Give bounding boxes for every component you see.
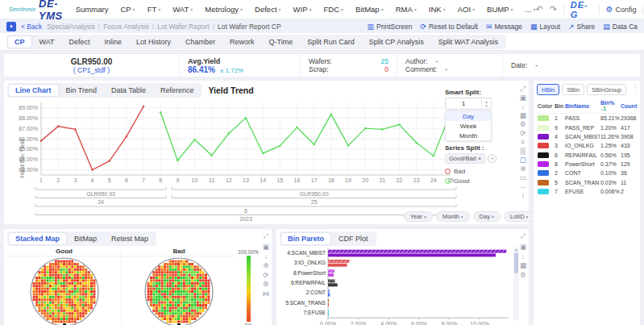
- chart-tab-data-table[interactable]: Data Table: [105, 85, 152, 96]
- download-icon[interactable]: ↓: [521, 253, 525, 260]
- column-header-count[interactable]: Count: [620, 98, 637, 114]
- nav-item-aoi[interactable]: AOI▾: [458, 5, 475, 14]
- more-icon[interactable]: ⋮: [632, 84, 638, 91]
- message-button[interactable]: ✉Message: [486, 23, 522, 31]
- grid-icon[interactable]: ▦: [520, 262, 526, 269]
- redo-icon[interactable]: ↷: [550, 4, 557, 15]
- pareto-vertical-scrollbar[interactable]: ▴: [513, 247, 519, 321]
- bin-row[interactable]: 6REPAIRFAIL0.56%195: [537, 151, 637, 160]
- pareto-tab-cdf-plot[interactable]: CDF Plot: [332, 233, 375, 244]
- columns-icon[interactable]: |||: [520, 148, 526, 155]
- tab-cp[interactable]: CP: [8, 36, 31, 48]
- nav-item-fdc[interactable]: FDC▾: [324, 5, 344, 14]
- split-option-week[interactable]: Week: [446, 121, 491, 131]
- lot-sublot-link[interactable]: ( CP1_stdf ): [73, 66, 110, 74]
- tab-chamber[interactable]: Chamber: [179, 36, 222, 48]
- refresh-icon[interactable]: ⟳: [263, 272, 268, 279]
- expand-icon[interactable]: ⤢: [264, 232, 268, 240]
- axis-filter-month[interactable]: Month▾: [436, 211, 470, 222]
- column-header-binpct[interactable]: Bin% ↓1: [600, 98, 620, 114]
- nav-item-cp[interactable]: CP▾: [120, 5, 135, 14]
- map-tab-bitmap[interactable]: BitMap: [68, 233, 103, 244]
- tab-split-run-card[interactable]: Split Run Card: [301, 36, 361, 48]
- tab-rework[interactable]: Rework: [223, 36, 261, 48]
- h-range-icon[interactable]: ↔: [520, 183, 527, 190]
- axis-filter-lotid[interactable]: LotID▾: [504, 211, 535, 222]
- undo-icon[interactable]: ↶: [535, 4, 542, 15]
- legend-item-good[interactable]: Good: [445, 177, 509, 185]
- smart-split-stepper[interactable]: 1 ▲▼: [445, 98, 492, 110]
- tab-split-cp-analysis[interactable]: Split CP Analysis: [363, 36, 430, 48]
- download-icon[interactable]: ↓: [264, 253, 268, 260]
- image-icon[interactable]: ▦: [520, 112, 526, 119]
- data-card-button[interactable]: ▤Data Ca: [603, 23, 638, 31]
- stepper-arrows-icon[interactable]: ▲▼: [481, 98, 491, 109]
- settings-icon[interactable]: ⚙: [520, 272, 526, 279]
- column-header-bin[interactable]: Bin: [554, 98, 564, 114]
- nav-item-wat[interactable]: WAT▾: [172, 5, 193, 14]
- add-split-icon[interactable]: +: [488, 154, 497, 163]
- layout-button[interactable]: ▦Layout: [530, 23, 560, 31]
- nav-item-defect[interactable]: Defect▾: [255, 5, 280, 14]
- tab-wat[interactable]: WAT: [33, 36, 61, 48]
- box-select-icon[interactable]: ▢: [520, 156, 526, 164]
- copy-icon[interactable]: ▣: [520, 244, 526, 251]
- bin-row[interactable]: 8PowerShort0.37%129: [537, 160, 637, 169]
- bin-tab-hbin[interactable]: HBin: [537, 84, 559, 95]
- bin-row[interactable]: 4SCAN_MBIST11.26%3908: [537, 132, 637, 141]
- nav-item-metrology[interactable]: Metrology▾: [205, 5, 243, 14]
- breadcrumb-item[interactable]: Lot Wafer Report CP: [218, 23, 281, 31]
- v-range-icon[interactable]: ↕: [521, 192, 525, 199]
- config-button[interactable]: ⚙ Config: [605, 5, 636, 14]
- reset-to-default-button[interactable]: ⟳Reset to Default: [420, 23, 478, 31]
- bin-row[interactable]: 1PASS85.21%29368: [537, 114, 637, 123]
- nav-item-[interactable]: ...▾: [526, 5, 536, 14]
- printscreen-button[interactable]: ▥PrintScreen: [368, 23, 413, 31]
- yield-trend-chart[interactable]: 89.00%88.00%87.00%86.00%85.00%84.00%83.0…: [9, 99, 457, 222]
- chart-tab-line-chart[interactable]: Line Chart: [9, 85, 58, 96]
- breadcrumb-item[interactable]: SpecialAnalysis: [47, 23, 95, 31]
- bin-tab-sbingroup[interactable]: SBinGroup: [587, 84, 626, 95]
- legend-item-bad[interactable]: Bad: [445, 168, 509, 175]
- tab-q-time[interactable]: Q-Time: [263, 36, 300, 48]
- bin-row[interactable]: 5SCAN_TRANS0.03%11: [537, 178, 637, 187]
- chart-tab-bin-trend[interactable]: Bin Trend: [60, 85, 104, 96]
- nav-item-ink[interactable]: INK▾: [429, 5, 446, 14]
- map-tab-stacked-map[interactable]: Stacked Map: [9, 233, 66, 244]
- column-header-binname[interactable]: BinName: [564, 98, 600, 114]
- rect-icon[interactable]: ▭: [520, 174, 526, 181]
- split-option-day[interactable]: Day: [446, 111, 491, 121]
- nav-item-bitmap[interactable]: BitMap▾: [355, 5, 384, 14]
- pareto-tab-bin-pareto[interactable]: Bin Pareto: [281, 233, 330, 244]
- breadcrumb-item[interactable]: Lot Wafer Report: [157, 23, 209, 31]
- nav-item-summary[interactable]: Summary: [76, 5, 109, 14]
- back-link[interactable]: < Back: [21, 23, 42, 31]
- copy-icon[interactable]: ▣: [520, 94, 526, 102]
- bin-row[interactable]: 2CONT0.10%36: [537, 169, 637, 177]
- nav-item-wip[interactable]: WIP▾: [293, 5, 312, 14]
- nav-item-ft[interactable]: FT▾: [147, 5, 161, 14]
- target-icon[interactable]: ⊛: [263, 262, 268, 269]
- bin-row[interactable]: 3IO_ONLKG1.25%433: [537, 141, 637, 150]
- clear-icon[interactable]: ⊗: [520, 165, 526, 173]
- share-button[interactable]: ↗Share: [568, 23, 595, 31]
- list-icon[interactable]: ≡: [521, 139, 525, 146]
- chart-tab-reference[interactable]: Reference: [154, 85, 201, 96]
- refresh-icon[interactable]: ⟳: [520, 130, 526, 137]
- map-tab-retest-map[interactable]: Retest Map: [105, 233, 155, 244]
- copy-icon[interactable]: ▣: [263, 244, 269, 251]
- series-split-tag[interactable]: Good/Bad ×: [445, 153, 485, 164]
- column-header-color[interactable]: Color: [537, 98, 554, 114]
- download-icon[interactable]: ↓: [521, 103, 525, 110]
- tab-lot-history[interactable]: Lot History: [130, 36, 177, 48]
- settings-icon[interactable]: ⚙: [263, 281, 269, 288]
- bin-pareto-chart[interactable]: 0.00%2.00%4.00%6.00%8.00%10.00%4:SCAN_MB…: [280, 247, 512, 325]
- filter-icon[interactable]: ▼: [6, 22, 16, 31]
- nav-item-bump[interactable]: BUMP▾: [487, 5, 513, 14]
- tab-split-wat-analysis[interactable]: Split WAT Analysis: [432, 36, 505, 48]
- tab-inline[interactable]: Inline: [98, 36, 129, 48]
- settings-icon[interactable]: ⚙: [520, 121, 526, 128]
- nav-item-rma[interactable]: RMA▾: [396, 5, 417, 14]
- breadcrumb-item[interactable]: Focus Analysis: [103, 23, 149, 31]
- axis-filter-year[interactable]: Year▾: [404, 211, 433, 222]
